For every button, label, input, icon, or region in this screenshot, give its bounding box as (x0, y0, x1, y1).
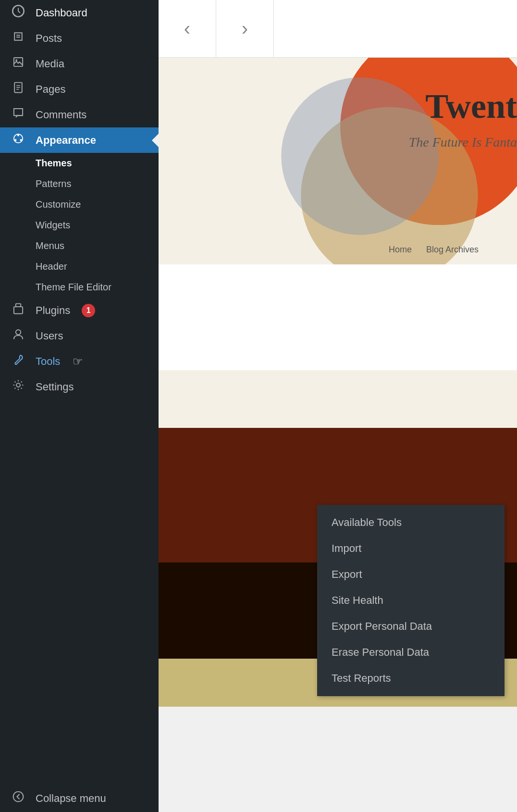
sidebar-item-posts[interactable]: Posts (0, 25, 159, 51)
theme-cream-section (159, 370, 517, 428)
plugins-icon (10, 302, 27, 318)
theme-title: Twent (425, 87, 517, 126)
submenu-customize[interactable]: Customize (0, 194, 159, 215)
sidebar-item-media[interactable]: Media (0, 51, 159, 76)
tools-popup: Available Tools Import Export Site Healt… (317, 505, 505, 696)
submenu-widgets[interactable]: Widgets (0, 215, 159, 236)
nav-home: Home (389, 245, 412, 255)
tools-erase-personal-data[interactable]: Erase Personal Data (317, 639, 505, 665)
theme-whitespace (159, 264, 517, 370)
prev-icon: ‹ (184, 18, 190, 39)
tools-test-reports[interactable]: Test Reports (317, 665, 505, 691)
theme-header: Twent The Future Is Fanta Home Blog Arch… (159, 58, 517, 264)
appearance-icon (10, 132, 27, 148)
tools-site-health[interactable]: Site Health (317, 587, 505, 613)
tools-export-personal-data[interactable]: Export Personal Data (317, 613, 505, 639)
next-icon: › (242, 18, 248, 39)
submenu-themes[interactable]: Themes (0, 153, 159, 174)
theme-nav: Home Blog Archives (389, 245, 479, 255)
sidebar: Dashboard Posts Media Pages Comments App… (0, 0, 159, 812)
pages-icon (10, 81, 27, 97)
plugins-badge: 1 (82, 304, 95, 317)
svg-point-17 (13, 792, 24, 802)
tools-export[interactable]: Export (317, 562, 505, 587)
tools-import[interactable]: Import (317, 536, 505, 562)
collapse-icon (10, 790, 27, 806)
sidebar-item-label: Users (36, 330, 63, 342)
sidebar-item-label: Pages (36, 83, 65, 96)
svg-point-11 (20, 139, 22, 141)
sidebar-item-label: Posts (36, 32, 62, 45)
sidebar-item-label: Tools (36, 355, 60, 368)
theme-tagline: The Future Is Fanta (409, 135, 517, 150)
sidebar-item-label: Settings (36, 381, 74, 393)
svg-rect-14 (14, 307, 23, 313)
appearance-submenu: Themes Patterns Customize Widgets Menus … (0, 153, 159, 298)
collapse-menu[interactable]: Collapse menu (0, 785, 159, 812)
sidebar-item-label: Dashboard (36, 7, 87, 19)
svg-point-12 (14, 139, 16, 141)
sidebar-item-label: Plugins (36, 304, 70, 317)
submenu-menus[interactable]: Menus (0, 236, 159, 256)
sidebar-item-comments[interactable]: Comments (0, 102, 159, 127)
next-button[interactable]: › (216, 0, 274, 57)
submenu-theme-file-editor[interactable]: Theme File Editor (0, 277, 159, 298)
sidebar-item-plugins[interactable]: Plugins 1 (0, 298, 159, 323)
dashboard-icon (10, 5, 27, 21)
media-icon (10, 56, 27, 72)
preview-topbar: ‹ › (159, 0, 517, 58)
tools-available-tools[interactable]: Available Tools (317, 510, 505, 536)
posts-icon (10, 30, 27, 46)
collapse-label: Collapse menu (36, 792, 106, 805)
cursor-indicator: ☞ (73, 355, 83, 368)
sidebar-item-users[interactable]: Users (0, 323, 159, 349)
sidebar-item-pages[interactable]: Pages (0, 76, 159, 102)
settings-icon (10, 379, 27, 395)
svg-point-16 (16, 383, 20, 387)
main-content: ‹ › Twent The Future Is Fanta Home (159, 0, 517, 812)
sidebar-item-label: Appearance (36, 134, 96, 147)
sidebar-item-label: Media (36, 58, 64, 70)
submenu-patterns[interactable]: Patterns (0, 174, 159, 194)
svg-point-15 (16, 330, 21, 335)
users-icon (10, 328, 27, 344)
svg-point-20 (281, 77, 439, 235)
sidebar-item-label: Comments (36, 109, 86, 121)
sidebar-item-settings[interactable]: Settings (0, 374, 159, 400)
svg-point-10 (17, 135, 19, 137)
prev-button[interactable]: ‹ (159, 0, 216, 57)
sidebar-item-tools[interactable]: Tools ☞ (0, 349, 159, 374)
tools-icon (10, 353, 27, 369)
submenu-header[interactable]: Header (0, 256, 159, 277)
nav-blog: Blog Archives (426, 245, 479, 255)
sidebar-item-appearance[interactable]: Appearance (0, 127, 159, 153)
comments-icon (10, 107, 27, 123)
sidebar-item-dashboard[interactable]: Dashboard (0, 0, 159, 25)
